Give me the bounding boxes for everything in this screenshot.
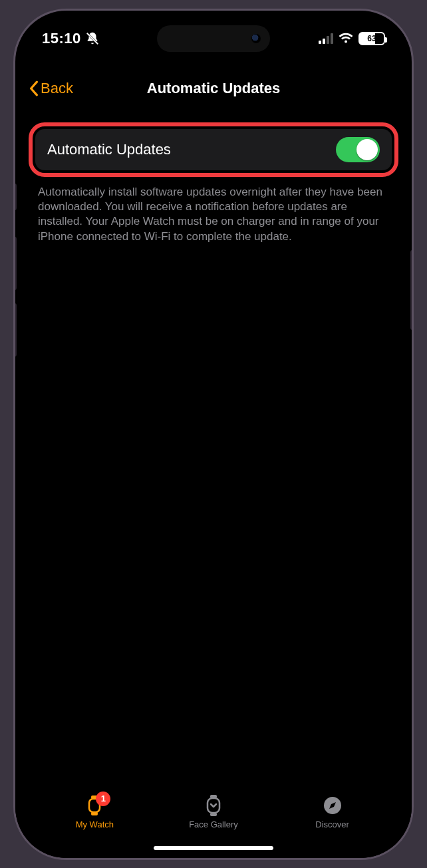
svg-rect-6 [210,795,217,798]
automatic-updates-toggle[interactable] [336,137,380,162]
nav-bar: Back Automatic Updates [15,71,412,106]
svg-rect-4 [91,812,98,815]
tab-label: Face Gallery [189,819,238,829]
tab-label: My Watch [76,819,114,829]
setting-label: Automatic Updates [47,141,171,158]
svg-rect-5 [208,798,219,813]
tab-my-watch[interactable]: 1 My Watch [55,794,134,829]
home-indicator[interactable] [154,846,273,850]
tab-face-gallery[interactable]: Face Gallery [174,794,253,829]
tab-label: Discover [315,819,349,829]
setting-description: Automatically install software updates o… [29,177,398,245]
svg-rect-7 [210,813,217,816]
back-label: Back [41,80,73,97]
toggle-knob [356,139,378,160]
automatic-updates-row[interactable]: Automatic Updates [35,129,392,170]
page-title: Automatic Updates [15,80,412,97]
tab-badge: 1 [96,792,110,806]
chevron-left-icon [29,80,39,96]
watch-face-icon [202,794,225,817]
back-button[interactable]: Back [29,80,73,97]
highlight-annotation: Automatic Updates [29,122,398,177]
phone-frame: 15:10 63 Back [13,9,414,860]
tab-discover[interactable]: Discover [293,794,372,829]
compass-icon [321,794,344,817]
